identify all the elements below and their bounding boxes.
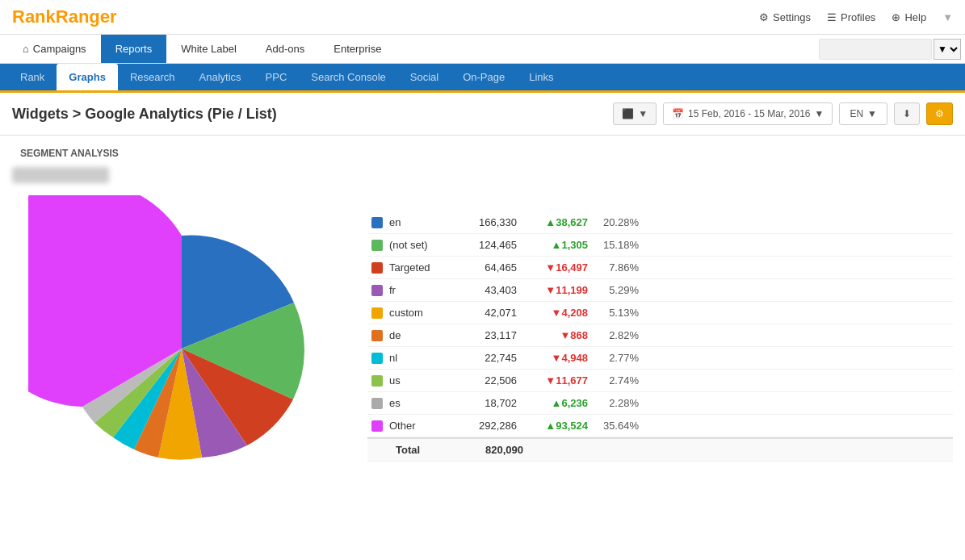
subnav-research[interactable]: Research — [118, 64, 187, 90]
legend-item-value: 22,745 — [460, 352, 517, 364]
legend-color-swatch — [371, 420, 383, 432]
language-button[interactable]: EN ▼ — [839, 102, 887, 125]
legend-item-change: ▲6,236 — [523, 397, 588, 409]
segment-title: SEGMENT ANALYSIS — [20, 148, 953, 159]
legend-item-value: 124,465 — [460, 239, 517, 251]
sub-nav: Rank Graphs Research Analytics PPC Searc… — [0, 64, 965, 90]
download-button[interactable]: ⬇ — [894, 102, 920, 125]
legend-row: en166,330▲38,62720.28% — [367, 211, 953, 234]
language-label: EN — [850, 108, 863, 119]
legend-row: es18,702▲6,2362.28% — [367, 392, 953, 415]
total-label: Total — [396, 444, 460, 456]
legend-row: fr43,403▼11,1995.29% — [367, 279, 953, 302]
content-area: en166,330▲38,62720.28%(not set)124,465▲1… — [12, 187, 953, 510]
legend-item-change: ▼4,948 — [523, 352, 588, 364]
profiles-link[interactable]: ☰ Profiles — [827, 11, 875, 23]
legend-item-value: 23,117 — [460, 329, 517, 341]
legend-item-name: custom — [389, 307, 454, 319]
subnav-onpage-label: On-Page — [463, 71, 505, 83]
settings-link[interactable]: ⚙ Settings — [759, 11, 811, 23]
widget-dropdown-arrow: ▼ — [638, 108, 648, 119]
logo-rank: Rank — [12, 6, 56, 27]
legend-color-swatch — [371, 330, 383, 341]
calendar-icon: 📅 — [672, 108, 684, 119]
subnav-analytics-label: Analytics — [199, 71, 241, 83]
subnav-ppc[interactable]: PPC — [254, 64, 300, 90]
legend-item-value: 18,702 — [460, 397, 517, 409]
tab-addons[interactable]: Add-ons — [251, 35, 319, 63]
legend-color-swatch — [371, 353, 383, 364]
subnav-graphs[interactable]: Graphs — [57, 64, 118, 90]
tab-whitelabel[interactable]: White Label — [166, 35, 251, 63]
tab-enterprise[interactable]: Enterprise — [319, 35, 396, 63]
legend-item-pct: 15.18% — [594, 239, 639, 251]
subnav-links[interactable]: Links — [517, 64, 565, 90]
legend-table: en166,330▲38,62720.28%(not set)124,465▲1… — [367, 195, 953, 502]
page-title: Widgets > Google Analytics (Pie / List) — [12, 106, 277, 123]
page-header: Widgets > Google Analytics (Pie / List) … — [0, 93, 965, 136]
subnav-analytics[interactable]: Analytics — [187, 64, 254, 90]
blurred-filter — [12, 167, 109, 183]
legend-item-name: fr — [389, 284, 454, 296]
help-label: Help — [904, 11, 926, 23]
legend-row: Other292,286▲93,52435.64% — [367, 415, 953, 437]
logo-ranger: Ranger — [56, 6, 117, 27]
legend-item-name: us — [389, 374, 454, 387]
legend-row: Targeted64,465▼16,4977.86% — [367, 257, 953, 279]
nav-search-area: ▼ — [819, 39, 965, 60]
legend-item-change: ▼4,208 — [523, 307, 588, 319]
page-controls: ⬛ ▼ 📅 15 Feb, 2016 - 15 Mar, 2016 ▼ EN ▼… — [613, 102, 953, 125]
legend-item-value: 43,403 — [460, 284, 517, 296]
legend-color-swatch — [371, 262, 383, 274]
legend-item-change: ▲1,305 — [523, 239, 588, 251]
subnav-rank-label: Rank — [20, 71, 44, 83]
date-range-label: 15 Feb, 2016 - 15 Mar, 2016 — [688, 108, 810, 119]
legend-item-name: Other — [389, 420, 454, 432]
top-right-controls: ⚙ Settings ☰ Profiles ⊕ Help ▼ — [759, 11, 953, 23]
legend-item-pct: 5.13% — [594, 307, 639, 319]
home-icon: ⌂ — [23, 43, 29, 55]
legend-color-swatch — [371, 240, 383, 251]
legend-item-pct: 2.28% — [594, 397, 639, 409]
subnav-rank[interactable]: Rank — [8, 64, 57, 90]
help-link[interactable]: ⊕ Help — [892, 11, 926, 23]
tab-reports[interactable]: Reports — [101, 35, 167, 63]
tab-campaigns[interactable]: ⌂ Campaigns — [8, 35, 101, 63]
legend-item-pct: 7.86% — [594, 261, 639, 274]
legend-item-change: ▼868 — [523, 329, 588, 341]
legend-color-swatch — [371, 285, 383, 296]
widget-picker-button[interactable]: ⬛ ▼ — [613, 102, 657, 125]
tab-whitelabel-label: White Label — [181, 43, 237, 55]
legend-row: custom42,071▼4,2085.13% — [367, 302, 953, 324]
gear-icon: ⚙ — [935, 108, 944, 119]
subnav-social[interactable]: Social — [398, 64, 451, 90]
legend-row: us22,506▼11,6772.74% — [367, 370, 953, 392]
legend-color-swatch — [371, 217, 383, 228]
legend-item-change: ▲38,627 — [523, 216, 588, 228]
subnav-searchconsole[interactable]: Search Console — [299, 64, 398, 90]
legend-item-pct: 2.74% — [594, 374, 639, 387]
legend-item-pct: 2.77% — [594, 352, 639, 364]
legend-item-change: ▼16,497 — [523, 261, 588, 274]
subnav-onpage[interactable]: On-Page — [451, 64, 517, 90]
top-bar: RankRanger ⚙ Settings ☰ Profiles ⊕ Help … — [0, 0, 965, 35]
nav-dropdown[interactable]: ▼ — [934, 39, 961, 60]
legend-row: nl22,745▼4,9482.77% — [367, 347, 953, 370]
widget-settings-button[interactable]: ⚙ — [926, 102, 953, 125]
nav-search-input[interactable] — [819, 39, 932, 60]
tab-enterprise-label: Enterprise — [334, 43, 381, 55]
legend-item-name: de — [389, 329, 454, 341]
legend-item-change: ▼11,199 — [523, 284, 588, 296]
subnav-ppc-label: PPC — [266, 71, 287, 83]
legend-item-name: es — [389, 397, 454, 409]
date-dropdown-arrow: ▼ — [815, 108, 824, 119]
help-icon: ⊕ — [892, 11, 900, 23]
lang-dropdown-arrow: ▼ — [867, 108, 877, 119]
legend-item-pct: 35.64% — [594, 420, 639, 432]
widget-icon: ⬛ — [622, 108, 634, 119]
settings-icon: ⚙ — [759, 11, 769, 23]
legend-item-name: nl — [389, 352, 454, 364]
date-range-button[interactable]: 📅 15 Feb, 2016 - 15 Mar, 2016 ▼ — [663, 102, 833, 125]
subnav-research-label: Research — [130, 71, 175, 83]
legend-row: Total820,090 — [367, 437, 953, 462]
